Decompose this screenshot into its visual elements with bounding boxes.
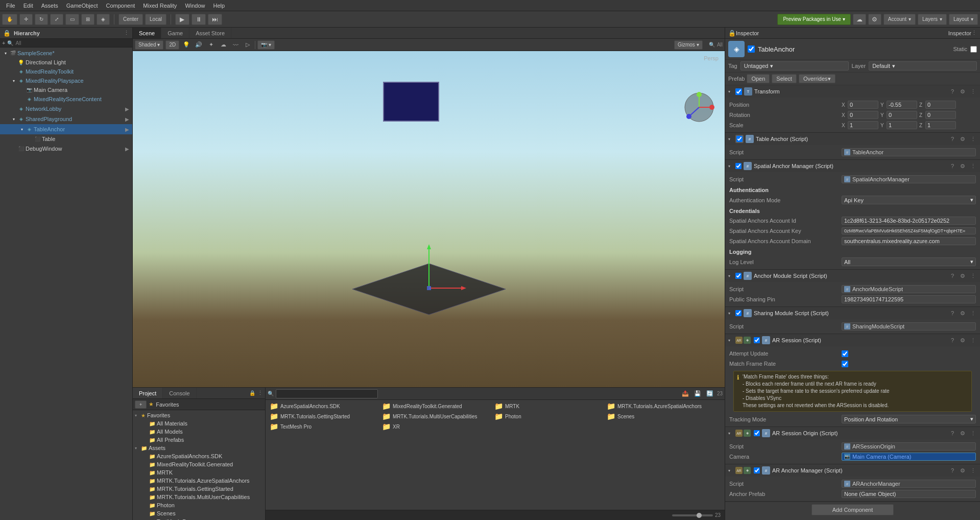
layers-dropdown[interactable]: Layers ▾ xyxy=(918,14,947,25)
tracking-mode-dropdown[interactable]: Position And Rotation ▾ xyxy=(842,415,976,423)
hier-scene[interactable]: ▾ 🎬 SampleScene* xyxy=(0,49,132,58)
mrlp-arrow[interactable]: ▾ xyxy=(10,77,17,84)
step-btn[interactable]: ⏭ xyxy=(208,14,222,25)
skybox-icon[interactable]: ☁ xyxy=(218,40,228,50)
scale-y-input[interactable] xyxy=(887,121,917,129)
zoom-slider[interactable]: 23 xyxy=(672,512,721,518)
multi-tool-btn[interactable]: ⊞ xyxy=(81,14,94,25)
anim-icon[interactable]: ▷ xyxy=(243,40,253,50)
rotate-tool-btn[interactable]: ↻ xyxy=(35,14,48,25)
hierarchy-lock-icon[interactable]: 🔒 xyxy=(3,30,11,37)
pos-x-input[interactable] xyxy=(848,101,878,109)
sms-header[interactable]: ▾ # Sharing Module Script (Script) ? ⚙ ⋮ xyxy=(725,307,980,319)
proj-mrtk-multi[interactable]: 📁 MRTK.Tutorials.MultiUserCapabilities xyxy=(133,493,265,501)
render-mode-dropdown[interactable]: 📷 ▾ xyxy=(257,40,275,50)
aram-settings-btn[interactable]: ⚙ xyxy=(959,466,967,475)
asset-mrtk-multi[interactable]: 📁 MRTK.Tutorials.MultiUserCapabilities xyxy=(379,411,491,421)
hier-mrt[interactable]: ◈ MixedRealityToolkit xyxy=(0,67,132,76)
cloud-btn[interactable]: ☁ xyxy=(853,14,866,25)
arso-info-btn[interactable]: ? xyxy=(948,429,957,437)
proj-all-prefabs[interactable]: 📁 All Prefabs xyxy=(133,436,265,444)
ta-settings-btn[interactable]: ⚙ xyxy=(959,135,967,143)
layer-dropdown[interactable]: Default ▾ xyxy=(869,61,977,70)
assets-search-input[interactable] xyxy=(276,389,378,398)
hier-mrsc[interactable]: ◈ MixedRealitySceneContent xyxy=(0,94,132,104)
sam-more-btn[interactable]: ⋮ xyxy=(969,162,977,170)
add-component-btn[interactable]: Add Component xyxy=(811,504,894,515)
open-btn[interactable]: Open xyxy=(747,74,770,83)
rot-x-input[interactable] xyxy=(848,111,878,119)
lighting-icon[interactable]: 💡 xyxy=(181,40,192,50)
aram-more-btn[interactable]: ⋮ xyxy=(969,466,977,475)
tableanchor-arrow[interactable]: ▾ xyxy=(18,126,26,133)
sms-more-btn[interactable]: ⋮ xyxy=(969,309,977,317)
object-active-checkbox[interactable] xyxy=(748,45,755,53)
transform-header[interactable]: ▾ T Transform ? ⚙ ⋮ xyxy=(725,85,980,98)
add-asset-btn[interactable]: + xyxy=(135,400,147,409)
netlobby-more-btn[interactable]: ▶ xyxy=(123,105,131,113)
asset-mrtkgen[interactable]: 📁 MixedRealityToolkit.Generated xyxy=(379,401,491,411)
tableanchor-more-btn[interactable]: ▶ xyxy=(123,125,131,133)
hier-table[interactable]: ⬛ Table xyxy=(0,134,132,144)
asset-scenes[interactable]: 📁 Scenes xyxy=(604,411,716,421)
ams-enabled-check[interactable] xyxy=(735,273,742,279)
proj-mrtk-azure[interactable]: 📁 MRTK.Tutorials.AzureSpatialAnchors xyxy=(133,477,265,485)
ars-settings-btn[interactable]: ⚙ xyxy=(959,336,967,344)
anchor-prefab-value[interactable]: None (Game Object) xyxy=(842,490,976,498)
asset-textmesh[interactable]: 📁 TextMesh Pro xyxy=(267,421,379,432)
custom-tool-btn[interactable]: ◈ xyxy=(97,14,110,25)
sam-info-btn[interactable]: ? xyxy=(948,162,957,170)
scene-arrow[interactable]: ▾ xyxy=(2,50,9,57)
inspector-more-icon[interactable]: ⋮ xyxy=(971,30,977,36)
auth-mode-dropdown[interactable]: Api Key ▾ xyxy=(842,196,976,204)
asset-store-tab[interactable]: Asset Store xyxy=(189,28,231,38)
sms-settings-btn[interactable]: ⚙ xyxy=(959,309,967,317)
proj-scenes[interactable]: 📁 Scenes xyxy=(133,509,265,517)
assets-create-btn[interactable]: 📤 xyxy=(680,389,690,398)
debug-more-btn[interactable]: ▶ xyxy=(123,145,131,153)
rect-tool-btn[interactable]: ▭ xyxy=(65,14,79,25)
pos-z-input[interactable] xyxy=(925,101,956,109)
scale-z-input[interactable] xyxy=(925,121,956,129)
ars-header[interactable]: ▾ AR ◈ # AR Session (Script) ? ⚙ ⋮ xyxy=(725,334,980,346)
console-tab[interactable]: Console xyxy=(163,388,196,398)
pause-btn[interactable]: ⏸ xyxy=(192,14,206,25)
ars-info-btn[interactable]: ? xyxy=(948,336,957,344)
attempt-update-check[interactable] xyxy=(842,350,848,357)
proj-assets[interactable]: ▾ 📁 Assets xyxy=(133,444,265,452)
static-checkbox[interactable] xyxy=(970,46,977,53)
pos-y-input[interactable] xyxy=(887,101,917,109)
ta-more-btn[interactable]: ⋮ xyxy=(969,135,977,143)
settings-btn[interactable]: ⚙ xyxy=(868,14,881,25)
transform-more-btn[interactable]: ⋮ xyxy=(969,87,977,96)
scale-tool-btn[interactable]: ⤢ xyxy=(50,14,63,25)
arso-header[interactable]: ▾ AR ◈ # AR Session Origin (Script) ? ⚙ … xyxy=(725,427,980,439)
game-tab[interactable]: Game xyxy=(161,28,189,38)
ta-enabled-check[interactable] xyxy=(736,136,743,142)
match-frame-check[interactable] xyxy=(842,361,848,367)
asset-photon[interactable]: 📁 Photon xyxy=(491,411,604,421)
menu-component[interactable]: Component xyxy=(102,2,139,10)
hier-netlobby[interactable]: ◈ NetworkLobby ▶ xyxy=(0,104,132,114)
center-btn[interactable]: Center xyxy=(118,14,143,25)
shading-dropdown[interactable]: Shaded ▾ xyxy=(135,40,163,50)
fog-icon[interactable]: 〰 xyxy=(230,40,241,50)
scale-x-input[interactable] xyxy=(848,121,878,129)
account-dropdown[interactable]: Account ▾ xyxy=(883,14,916,25)
asset-mrtk[interactable]: 📁 MRTK xyxy=(491,401,604,411)
ams-info-btn[interactable]: ? xyxy=(948,272,957,280)
add-icon[interactable]: + xyxy=(2,40,5,46)
arso-enabled-check[interactable] xyxy=(754,430,760,436)
asset-azurespatial[interactable]: 📁 AzureSpatialAnchors.SDK xyxy=(267,401,379,411)
shared-more-btn[interactable]: ▶ xyxy=(123,115,131,123)
play-btn[interactable]: ▶ xyxy=(175,14,189,25)
menu-window[interactable]: Window xyxy=(181,2,209,10)
sam-header[interactable]: ▾ # Spatial Anchor Manager (Script) ? ⚙ … xyxy=(725,160,980,172)
audio-icon[interactable]: 🔊 xyxy=(194,40,204,50)
proj-all-materials[interactable]: 📁 All Materials xyxy=(133,419,265,428)
proj-textmesh[interactable]: 📁 TextMesh Pro xyxy=(133,517,265,520)
hierarchy-more-icon[interactable]: ⋮ xyxy=(124,30,129,36)
table-anchor-header[interactable]: ▾ # Table Anchor (Script) ? ⚙ ⋮ xyxy=(725,133,980,145)
assets-refresh-btn[interactable]: 🔄 xyxy=(705,389,715,398)
2d-btn[interactable]: 2D xyxy=(165,40,179,50)
